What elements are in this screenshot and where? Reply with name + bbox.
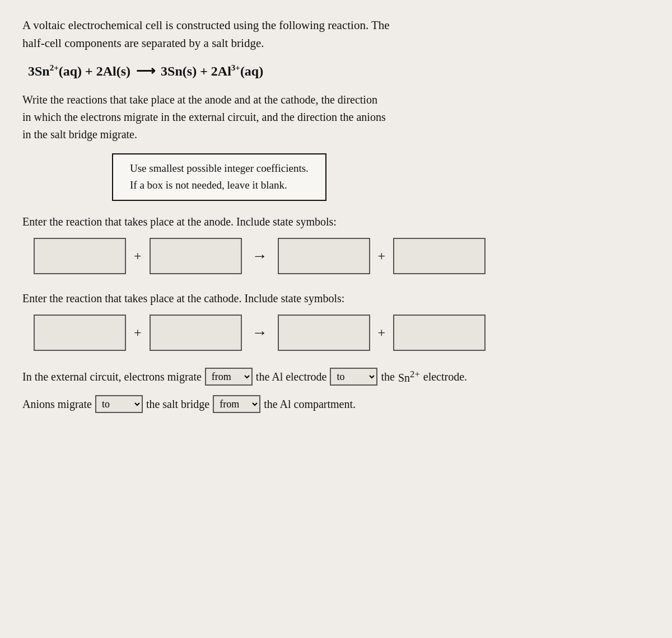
- electron-migrate-middle: the Al electrode: [256, 367, 327, 386]
- anion-migrate-dropdown1[interactable]: to from: [95, 395, 143, 413]
- electron-migrate-dropdown1[interactable]: from to: [205, 368, 253, 386]
- anode-plus-1: +: [134, 248, 142, 264]
- anode-input-1[interactable]: [34, 238, 126, 274]
- anion-migrate-row: Anions migrate to from the salt bridge f…: [22, 395, 650, 414]
- cathode-reaction-row: + → +: [22, 315, 650, 351]
- anion-migrate-suffix: the Al compartment.: [264, 395, 356, 414]
- instruction-line1: Use smallest possible integer coefficien…: [130, 160, 309, 177]
- instruction-line2: If a box is not needed, leave it blank.: [130, 177, 309, 194]
- cathode-input-4[interactable]: [393, 315, 486, 351]
- cathode-input-1[interactable]: [34, 315, 126, 351]
- cathode-input-3[interactable]: [278, 315, 370, 351]
- anode-input-4[interactable]: [393, 238, 486, 274]
- intro-line2: half-cell components are separated by a …: [22, 36, 264, 50]
- cathode-input-2[interactable]: [150, 315, 242, 351]
- anode-arrow: →: [252, 247, 268, 265]
- instructions-line3: in the salt bridge migrate.: [22, 128, 137, 140]
- anode-plus-2: +: [378, 248, 386, 264]
- instructions-line1: Write the reactions that take place at t…: [22, 93, 377, 106]
- cathode-arrow: →: [252, 323, 268, 341]
- eq-right: 3Sn(s) + 2Al3+(aq): [161, 63, 263, 79]
- anion-migrate-middle: the salt bridge: [146, 395, 209, 414]
- instruction-box: Use smallest possible integer coefficien…: [112, 153, 326, 201]
- electron-migrate-row: In the external circuit, electrons migra…: [22, 367, 650, 387]
- anion-migrate-prefix: Anions migrate: [22, 395, 92, 414]
- cathode-plus-2: +: [378, 325, 386, 340]
- anode-input-2[interactable]: [150, 238, 242, 274]
- intro-text: A voltaic electrochemical cell is constr…: [22, 17, 650, 52]
- cathode-plus-1: +: [134, 325, 142, 340]
- eq-left: 3Sn2+(aq) + 2Al(s): [28, 63, 130, 79]
- eq-arrow: ⟶: [136, 63, 155, 79]
- anode-label: Enter the reaction that takes place at t…: [22, 213, 650, 230]
- anode-reaction-row: + → +: [22, 238, 650, 274]
- electron-migrate-suffix: the: [381, 367, 394, 386]
- electron-migrate-dropdown2[interactable]: to from: [330, 368, 377, 386]
- electron-migrate-prefix: In the external circuit, electrons migra…: [22, 367, 202, 386]
- anode-input-3[interactable]: [278, 238, 370, 274]
- electron-migrate-suffix3: electrode.: [423, 367, 467, 386]
- reaction-equation: 3Sn2+(aq) + 2Al(s) ⟶ 3Sn(s) + 2Al3+(aq): [22, 63, 650, 79]
- instructions-line2: in which the electrons migrate in the ex…: [22, 111, 386, 123]
- anion-migrate-dropdown2[interactable]: from to: [213, 395, 260, 413]
- intro-line1: A voltaic electrochemical cell is constr…: [22, 18, 390, 32]
- instructions-text: Write the reactions that take place at t…: [22, 91, 650, 143]
- electron-migrate-sn: Sn2+: [398, 367, 420, 387]
- cathode-label: Enter the reaction that takes place at t…: [22, 290, 650, 307]
